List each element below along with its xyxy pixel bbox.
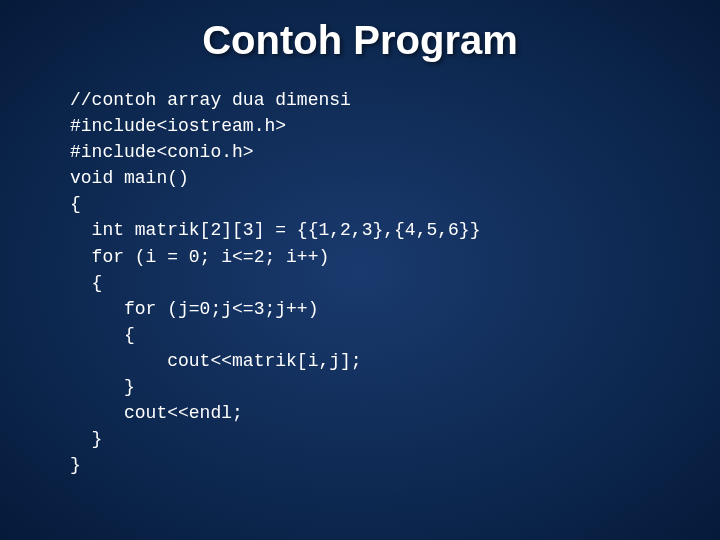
slide-title: Contoh Program — [40, 18, 680, 63]
code-block: //contoh array dua dimensi #include<iost… — [40, 87, 680, 478]
slide: Contoh Program //contoh array dua dimens… — [0, 0, 720, 540]
